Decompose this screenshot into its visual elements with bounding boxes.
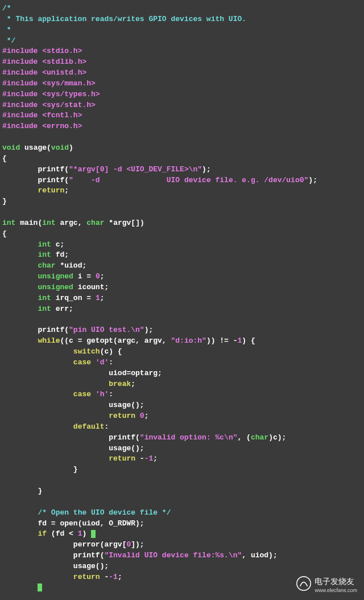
svg-point-0 <box>297 576 311 590</box>
header: <unistd.h> <box>42 68 86 77</box>
fn-name: usage <box>24 143 47 152</box>
type: int <box>38 305 51 313</box>
keyword: switch <box>73 347 100 356</box>
preproc: #include <box>2 122 38 130</box>
keyword: case <box>73 358 91 367</box>
string: " -d UIO device file. e.g. /dev/uio0" <box>69 176 308 184</box>
char-lit: 'h' <box>96 390 109 398</box>
type: int <box>2 219 15 227</box>
comment: * <box>2 26 11 34</box>
header: <stdio.h> <box>42 47 82 55</box>
header: <errno.h> <box>42 122 82 130</box>
type: int <box>38 240 51 249</box>
number: 0 <box>96 272 100 281</box>
type: void <box>51 143 69 152</box>
watermark: 电子发烧友 www.elecfans.com <box>296 576 357 594</box>
preproc: #include <box>2 47 38 55</box>
header: <stdlib.h> <box>42 57 86 66</box>
keyword: while <box>38 336 60 345</box>
preproc: #include <box>2 90 38 98</box>
number: 1 <box>96 294 100 302</box>
string: "invalid option: %c\n" <box>140 433 238 442</box>
string: "*argv[0] -d <UIO_DEV_FILE>\n" <box>69 165 202 174</box>
header: <sys/stat.h> <box>42 101 96 109</box>
type: int <box>42 219 55 227</box>
keyword: break <box>109 380 131 388</box>
header: <fcntl.h> <box>42 111 82 120</box>
comment: */ <box>2 36 15 45</box>
type: unsigned <box>38 272 73 281</box>
watermark-title: 电子发烧友 <box>315 576 357 587</box>
preproc: #include <box>2 57 38 66</box>
string: "d:io:h" <box>171 336 206 345</box>
call: printf <box>38 176 64 184</box>
type: int <box>38 250 51 259</box>
type: int <box>38 294 51 302</box>
preproc: #include <box>2 68 38 77</box>
comment: * This application reads/writes GPIO dev… <box>2 15 246 23</box>
char-lit: 'd' <box>96 358 109 367</box>
header: <sys/mman.h> <box>42 79 96 88</box>
keyword: return <box>73 573 100 581</box>
cursor-icon <box>38 583 42 591</box>
cursor-icon <box>91 530 96 538</box>
type: void <box>2 143 20 152</box>
header: <sys/types.h> <box>42 90 100 98</box>
type: unsigned <box>38 283 73 291</box>
preproc: #include <box>2 101 38 109</box>
preproc: #include <box>2 79 38 88</box>
keyword: if <box>38 529 47 538</box>
string: "Invalid UIO device file:%s.\n" <box>104 551 242 560</box>
type: char <box>86 219 104 227</box>
keyword: return <box>38 186 64 195</box>
preproc: #include <box>2 111 38 120</box>
keyword: return <box>109 454 135 463</box>
keyword: return <box>109 412 135 420</box>
keyword: case <box>73 390 91 398</box>
keyword: default <box>73 422 105 431</box>
type: char <box>38 261 55 270</box>
comment: /* Open the UIO device file */ <box>38 508 171 517</box>
call: printf <box>38 326 64 334</box>
code-editor: /* * This application reads/writes GPIO … <box>2 3 362 593</box>
watermark-sub: www.elecfans.com <box>315 587 357 594</box>
comment: /* <box>2 4 11 13</box>
string: "pin UIO test.\n" <box>69 326 144 334</box>
logo-icon <box>296 576 311 594</box>
fn-name: main <box>20 219 38 227</box>
call: printf <box>38 165 64 174</box>
